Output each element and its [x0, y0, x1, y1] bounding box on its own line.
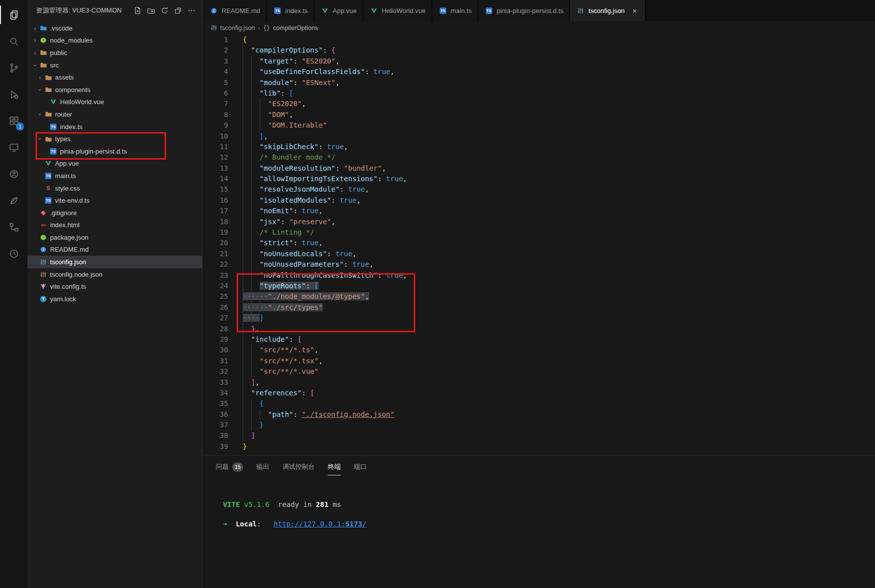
collapse-all-icon[interactable] — [173, 5, 184, 16]
line-content[interactable]: }, — [243, 324, 260, 334]
line-content[interactable]: "src/**/*.vue" — [243, 366, 319, 377]
line-number[interactable]: 25 — [203, 291, 228, 302]
line-number[interactable]: 21 — [203, 249, 228, 259]
code-line-16[interactable]: 16 "isolatedModules": true, — [203, 195, 875, 206]
line-number[interactable]: 22 — [203, 259, 228, 270]
code-line-21[interactable]: 21 "noUnusedLocals": true, — [203, 249, 875, 259]
code-line-19[interactable]: 19 /* Linting */ — [203, 227, 875, 238]
breadcrumb-file[interactable]: tsconfig.json — [220, 25, 255, 32]
line-content[interactable]: "DOM", — [243, 110, 293, 120]
tab-README.md[interactable]: README.md — [203, 0, 267, 21]
line-content[interactable]: "lib": [ — [243, 88, 293, 99]
line-number[interactable]: 8 — [203, 110, 228, 120]
tab-tsconfig.json[interactable]: tsconfig.json× — [570, 0, 645, 21]
code-line-25[interactable]: 25······"./node_modules/@types", — [203, 291, 875, 302]
tree-item-node_modules[interactable]: ›node_modules — [28, 35, 202, 47]
line-number[interactable]: 28 — [203, 324, 228, 334]
line-content[interactable]: "isolatedModules": true, — [243, 195, 361, 206]
line-content[interactable]: } — [243, 441, 247, 452]
live-share-icon[interactable] — [0, 161, 28, 187]
tree-item-src[interactable]: ›src — [28, 59, 202, 72]
line-content[interactable]: "skipLibCheck": true, — [243, 142, 348, 152]
line-number[interactable]: 4 — [203, 67, 228, 77]
code-line-23[interactable]: 23 "noFallthroughCasesInSwitch": true, — [203, 270, 875, 281]
line-number[interactable]: 2 — [203, 45, 228, 56]
line-content[interactable]: ], — [243, 131, 268, 142]
tree-item-style.css[interactable]: Sstyle.css — [28, 182, 202, 195]
new-folder-icon[interactable] — [146, 5, 157, 16]
more-actions-icon[interactable] — [186, 5, 197, 16]
code-line-38[interactable]: 38 ] — [203, 430, 875, 441]
source-control-icon[interactable] — [0, 55, 28, 81]
code-line-37[interactable]: 37 } — [203, 420, 875, 430]
tree-item-types[interactable]: ›types — [28, 133, 202, 145]
line-content[interactable]: "jsx": "preserve", — [243, 217, 335, 227]
line-number[interactable]: 38 — [203, 430, 228, 441]
code-line-17[interactable]: 17 "noEmit": true, — [203, 206, 875, 216]
line-content[interactable]: "noEmit": true, — [243, 206, 323, 216]
code-line-34[interactable]: 34 "references": [ — [203, 388, 875, 398]
testing-icon[interactable] — [0, 187, 28, 214]
code-line-6[interactable]: 6 "lib": [ — [203, 88, 875, 99]
tree-item-HelloWorld.vue[interactable]: HelloWorld.vue — [28, 96, 202, 109]
tree-item-tsconfig.node.json[interactable]: tsconfig.node.json — [28, 268, 202, 281]
line-content[interactable]: { — [243, 35, 247, 45]
line-number[interactable]: 18 — [203, 217, 228, 227]
terminal-output[interactable]: VITE v5.1.6 ready in 281 ms ➜ Local: htt… — [203, 490, 875, 529]
line-content[interactable]: ······"./node_modules/@types", — [243, 291, 369, 302]
line-content[interactable]: "compilerOptions": { — [243, 45, 335, 56]
history-icon[interactable] — [0, 240, 28, 267]
code-line-31[interactable]: 31 "src/**/*.tsx", — [203, 356, 875, 366]
line-content[interactable]: "noUnusedParameters": true, — [243, 259, 373, 270]
line-number[interactable]: 39 — [203, 441, 228, 452]
code-line-27[interactable]: 27····] — [203, 313, 875, 323]
code-line-12[interactable]: 12 /* Bundler mode */ — [203, 152, 875, 163]
code-line-1[interactable]: 1{ — [203, 35, 875, 45]
line-content[interactable]: "include": [ — [243, 334, 302, 345]
tree-item-components[interactable]: ›components — [28, 84, 202, 96]
tab-index.ts[interactable]: TSindex.ts — [267, 0, 314, 21]
line-content[interactable]: /* Bundler mode */ — [243, 152, 335, 163]
line-content[interactable]: "strict": true, — [243, 238, 323, 248]
line-content[interactable]: "typeRoots": [ — [243, 281, 319, 291]
line-number[interactable]: 17 — [203, 206, 228, 216]
line-content[interactable]: "module": "ESNext", — [243, 78, 340, 88]
line-content[interactable]: "path": "./tsconfig.node.json" — [243, 409, 394, 420]
breadcrumb-symbol[interactable]: compilerOptions — [273, 25, 318, 32]
code-line-11[interactable]: 11 "skipLibCheck": true, — [203, 142, 875, 152]
tree-item-.gitignore[interactable]: .gitignore — [28, 207, 202, 219]
run-debug-icon[interactable] — [0, 81, 28, 108]
line-content[interactable]: { — [243, 398, 264, 409]
tree-item-yarn.lock[interactable]: Yyarn.lock — [28, 293, 202, 305]
tree-item-.vscode[interactable]: ›.vscode — [28, 22, 202, 35]
tab-App.vue[interactable]: App.vue — [314, 0, 363, 21]
line-number[interactable]: 35 — [203, 398, 228, 409]
panel-tab-端口[interactable]: 端口 — [354, 462, 367, 475]
panel-tab-问题[interactable]: 问题15 — [216, 462, 243, 476]
line-number[interactable]: 19 — [203, 227, 228, 238]
line-number[interactable]: 30 — [203, 345, 228, 355]
line-number[interactable]: 33 — [203, 377, 228, 388]
tree-item-README.md[interactable]: README.md — [28, 244, 202, 256]
line-number[interactable]: 3 — [203, 56, 228, 67]
line-number[interactable]: 12 — [203, 152, 228, 163]
code-line-24[interactable]: 24 "typeRoots": [ — [203, 281, 875, 291]
code-line-33[interactable]: 33 ], — [203, 377, 875, 388]
line-content[interactable]: "noUnusedLocals": true, — [243, 249, 357, 259]
code-line-14[interactable]: 14 "allowImportingTsExtensions": true, — [203, 174, 875, 184]
extensions-icon[interactable]: 1 — [0, 108, 28, 134]
tab-pinia-plugin-persist.d.ts[interactable]: TSpinia-plugin-persist.d.ts — [478, 0, 570, 21]
line-content[interactable]: "references": [ — [243, 388, 314, 398]
close-icon[interactable]: × — [631, 7, 639, 15]
line-content[interactable]: "moduleResolution": "bundler", — [243, 163, 386, 174]
line-number[interactable]: 9 — [203, 120, 228, 131]
panel-tab-调试控制台[interactable]: 调试控制台 — [282, 462, 315, 475]
line-number[interactable]: 20 — [203, 238, 228, 248]
line-number[interactable]: 1 — [203, 35, 228, 45]
line-number[interactable]: 15 — [203, 184, 228, 195]
tree-item-main.ts[interactable]: TSmain.ts — [28, 170, 202, 182]
tab-main.ts[interactable]: TSmain.ts — [432, 0, 478, 21]
tree-item-index.ts[interactable]: TSindex.ts — [28, 121, 202, 133]
explorer-icon[interactable] — [0, 2, 28, 28]
tree-item-assets[interactable]: ›assets — [28, 71, 202, 84]
